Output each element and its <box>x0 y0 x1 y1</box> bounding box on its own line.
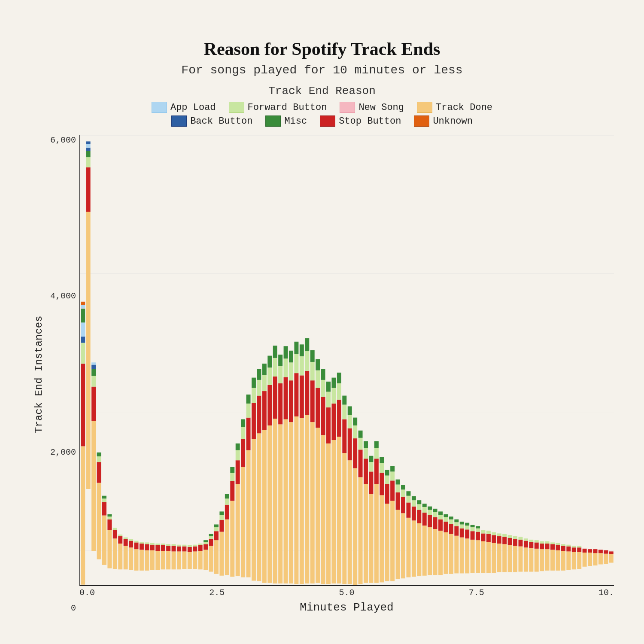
svg-rect-31 <box>102 496 106 499</box>
svg-rect-189 <box>337 383 341 400</box>
svg-rect-318 <box>519 537 523 540</box>
svg-rect-230 <box>390 466 395 471</box>
svg-rect-125 <box>252 388 256 403</box>
svg-rect-309 <box>502 534 507 537</box>
svg-rect-332 <box>545 544 550 549</box>
svg-rect-56 <box>145 542 149 544</box>
x-tick-0: 0.0 <box>79 588 95 598</box>
x-ticks: 0.0 2.5 5.0 7.5 10. <box>79 586 614 598</box>
svg-rect-184 <box>331 404 336 440</box>
svg-rect-122 <box>246 395 251 404</box>
svg-rect-268 <box>444 522 448 532</box>
svg-rect-134 <box>262 364 267 375</box>
svg-rect-249 <box>417 504 421 510</box>
svg-rect-138 <box>267 356 272 368</box>
svg-rect-34 <box>107 516 112 519</box>
legend-label-misc: Misc <box>284 116 307 127</box>
svg-rect-179 <box>326 444 331 584</box>
svg-rect-238 <box>401 485 405 489</box>
svg-rect-132 <box>262 391 267 430</box>
svg-rect-240 <box>406 502 410 517</box>
svg-rect-104 <box>225 505 229 519</box>
svg-rect-213 <box>369 462 373 471</box>
svg-rect-200 <box>353 438 357 468</box>
svg-rect-37 <box>113 530 117 539</box>
svg-rect-322 <box>529 548 533 572</box>
svg-rect-363 <box>609 551 614 554</box>
svg-rect-173 <box>316 371 320 388</box>
chart-svg: .td { fill: #f5c87a; } .sb { fill: #cc22… <box>80 135 614 585</box>
svg-rect-250 <box>417 500 421 504</box>
svg-rect-218 <box>374 441 379 448</box>
new-song-swatch <box>340 102 355 113</box>
svg-rect-351 <box>577 546 581 547</box>
svg-rect-118 <box>241 419 245 427</box>
svg-rect-263 <box>438 531 443 575</box>
svg-rect-142 <box>273 346 277 358</box>
svg-rect-145 <box>278 366 283 383</box>
svg-rect-205 <box>358 438 363 450</box>
svg-rect-129 <box>257 380 261 396</box>
svg-rect-79 <box>188 547 192 552</box>
svg-rect-362 <box>609 554 614 563</box>
legend-label-app-load: App Load <box>170 102 216 113</box>
graph-and-yaxis: 6,000 4,000 2,000 0 <box>49 135 614 614</box>
svg-rect-330 <box>540 541 544 544</box>
svg-rect-20 <box>91 376 96 387</box>
svg-rect-137 <box>267 368 272 385</box>
svg-rect-299 <box>486 534 491 542</box>
svg-rect-311 <box>508 538 512 545</box>
svg-rect-54 <box>145 550 149 571</box>
svg-rect-360 <box>604 554 608 564</box>
svg-rect-202 <box>353 418 357 425</box>
svg-rect-244 <box>412 507 416 521</box>
legend-item-unknown: Unknown <box>414 115 472 127</box>
legend-row-2: Back Button Misc Stop Button Unknown <box>171 115 473 127</box>
svg-rect-349 <box>577 552 581 569</box>
x-tick-25: 2.5 <box>209 588 225 598</box>
svg-rect-340 <box>561 551 565 571</box>
svg-rect-245 <box>412 500 416 506</box>
svg-rect-186 <box>331 378 336 388</box>
svg-rect-229 <box>390 471 395 480</box>
svg-rect-219 <box>380 495 384 582</box>
svg-rect-109 <box>230 473 234 481</box>
svg-rect-241 <box>406 496 410 503</box>
svg-rect-107 <box>230 501 234 577</box>
svg-rect-84 <box>198 551 203 569</box>
svg-rect-271 <box>449 534 453 574</box>
svg-rect-280 <box>460 529 464 538</box>
svg-rect-155 <box>294 416 298 584</box>
svg-rect-304 <box>497 544 501 572</box>
svg-rect-358 <box>598 553 603 564</box>
svg-rect-188 <box>337 400 341 437</box>
svg-rect-18 <box>91 421 96 551</box>
svg-rect-274 <box>449 516 453 519</box>
svg-rect-353 <box>583 549 587 553</box>
svg-rect-13 <box>86 167 91 212</box>
svg-rect-162 <box>300 344 304 356</box>
svg-rect-327 <box>535 540 539 542</box>
svg-rect-156 <box>294 373 298 416</box>
svg-rect-217 <box>374 448 379 459</box>
svg-rect-215 <box>374 484 379 583</box>
svg-rect-210 <box>364 441 368 448</box>
svg-rect-209 <box>364 448 368 459</box>
legend-item-new-song: New Song <box>340 102 404 113</box>
svg-rect-169 <box>310 362 315 380</box>
svg-rect-204 <box>358 450 363 477</box>
svg-rect-228 <box>390 480 395 501</box>
svg-rect-151 <box>289 422 293 583</box>
svg-rect-190 <box>337 373 341 383</box>
svg-rect-153 <box>289 362 293 380</box>
plot-area: Track End Instances 6,000 4,000 2,000 0 <box>30 135 614 614</box>
x-tick-75: 7.5 <box>469 588 484 598</box>
graph-area: .td { fill: #f5c87a; } .sb { fill: #cc22… <box>79 135 614 614</box>
svg-rect-359 <box>598 550 603 553</box>
svg-rect-288 <box>471 531 475 540</box>
svg-rect-135 <box>267 425 272 583</box>
svg-rect-175 <box>321 435 325 584</box>
svg-rect-313 <box>513 546 517 572</box>
legend-item-app-load: App Load <box>152 102 216 113</box>
svg-rect-87 <box>204 550 208 570</box>
